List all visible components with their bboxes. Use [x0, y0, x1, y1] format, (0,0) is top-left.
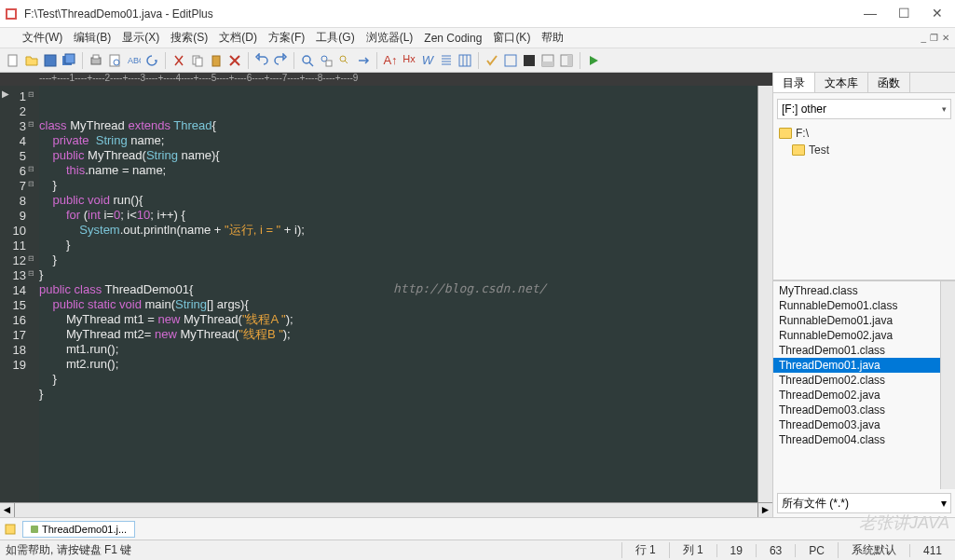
doc-list-icon[interactable]: [4, 523, 17, 536]
menu-tools[interactable]: 工具(G): [316, 30, 354, 46]
title-bar: F:\Test\ThreadDemo01.java - EditPlus — ☐…: [0, 0, 955, 28]
file-list-scrollbar[interactable]: [940, 281, 955, 489]
find-files-icon[interactable]: [337, 53, 352, 68]
mdi-minimize-icon[interactable]: _: [921, 33, 926, 43]
status-line: 行 1: [621, 542, 669, 558]
svg-rect-13: [212, 56, 220, 66]
mdi-restore-icon[interactable]: ❐: [930, 33, 938, 43]
folder-item[interactable]: Test: [779, 142, 949, 158]
document-tab-label: ThreadDemo01.j...: [42, 524, 127, 535]
status-chars: 63: [756, 544, 795, 557]
document-tabs: ThreadDemo01.j...: [0, 517, 955, 540]
modified-dot-icon: [31, 526, 38, 533]
menu-search[interactable]: 搜索(S): [171, 30, 208, 46]
font-larger-icon[interactable]: A↑: [383, 53, 398, 68]
side-tab-cliptext[interactable]: 文本库: [815, 73, 868, 92]
goto-icon[interactable]: [356, 53, 371, 68]
check-icon[interactable]: [484, 53, 499, 68]
svg-rect-20: [524, 55, 535, 66]
status-ime: 系统默认: [838, 542, 909, 558]
file-item[interactable]: RunnableDemo02.java: [773, 328, 940, 343]
menu-window[interactable]: 窗口(K): [493, 30, 530, 46]
side-tab-functions[interactable]: 函数: [868, 73, 910, 92]
run-icon[interactable]: [586, 53, 601, 68]
side-tab-directory[interactable]: 目录: [773, 73, 815, 92]
file-item[interactable]: ThreadDemo02.class: [773, 373, 940, 388]
replace-icon[interactable]: [319, 53, 334, 68]
maximize-button[interactable]: ☐: [897, 7, 910, 20]
file-item[interactable]: ThreadDemo03.class: [773, 403, 940, 417]
svg-rect-24: [567, 55, 572, 66]
paste-icon[interactable]: [209, 53, 224, 68]
close-button[interactable]: ✕: [931, 7, 944, 20]
svg-rect-25: [6, 525, 15, 534]
side-panel: 目录 文本库 函数 [F:] other ▾ F:\Test MyThread.…: [772, 73, 955, 517]
save-icon[interactable]: [43, 53, 58, 68]
file-item[interactable]: ThreadDemo03.java: [773, 417, 940, 432]
new-file-icon[interactable]: [6, 53, 20, 68]
file-item[interactable]: MyThread.class: [773, 283, 940, 298]
spell-icon[interactable]: ABC: [126, 53, 141, 68]
file-item[interactable]: RunnableDemo01.class: [773, 298, 940, 313]
ruler: ----+----1----+----2----+----3----+----4…: [0, 73, 772, 86]
browser-icon[interactable]: [503, 53, 518, 68]
columns-icon[interactable]: [457, 53, 472, 68]
menu-help[interactable]: 帮助: [541, 30, 564, 46]
menu-doc[interactable]: 文档(D): [219, 30, 257, 46]
find-icon[interactable]: [300, 53, 315, 68]
file-item[interactable]: RunnableDemo01.java: [773, 313, 940, 328]
toolbar: ABC A↑ Hx W: [0, 48, 955, 73]
print-icon[interactable]: [89, 53, 103, 68]
file-item[interactable]: ThreadDemo01.class: [773, 343, 940, 358]
svg-rect-7: [93, 55, 99, 59]
svg-text:ABC: ABC: [128, 56, 141, 65]
menu-view[interactable]: 显示(X): [122, 30, 159, 46]
vertical-scrollbar[interactable]: [757, 86, 772, 502]
open-file-icon[interactable]: [24, 53, 39, 68]
horizontal-scrollbar[interactable]: ◄ ►: [0, 502, 772, 517]
chevron-down-icon: ▾: [941, 497, 947, 510]
editor-pane: ----+----1----+----2----+----3----+----4…: [0, 73, 772, 517]
minimize-button[interactable]: —: [864, 7, 877, 20]
preview-icon[interactable]: [107, 53, 122, 68]
menu-file[interactable]: 文件(W): [22, 30, 62, 46]
status-encoding: PC: [795, 544, 838, 557]
menu-plan[interactable]: 方案(F): [268, 30, 305, 46]
svg-rect-3: [45, 55, 56, 66]
code-arrow-icon: ▶: [2, 89, 9, 99]
side-icon[interactable]: [559, 53, 574, 68]
terminal-icon[interactable]: [522, 53, 537, 68]
app-icon: [4, 7, 19, 21]
drive-dropdown[interactable]: [F:] other ▾: [777, 99, 951, 119]
svg-rect-5: [65, 54, 75, 63]
file-item[interactable]: ThreadDemo01.java: [773, 358, 940, 373]
menu-edit[interactable]: 编辑(B): [74, 30, 111, 46]
file-list[interactable]: MyThread.classRunnableDemo01.classRunnab…: [773, 281, 940, 489]
code-editor[interactable]: class MyThread extends Thread{ private S…: [39, 86, 757, 502]
svg-rect-1: [7, 10, 15, 18]
cut-icon[interactable]: [171, 53, 186, 68]
delete-icon[interactable]: [227, 53, 242, 68]
line-gutter[interactable]: 1⊟23⊟456⊟7⊟89101112⊟13⊟141516171819: [0, 86, 39, 502]
refresh-icon[interactable]: [144, 53, 159, 68]
svg-rect-19: [505, 55, 516, 66]
font-smaller-icon[interactable]: Hx: [402, 53, 416, 68]
wordwrap-icon[interactable]: W: [420, 53, 435, 68]
svg-point-14: [303, 56, 310, 63]
status-help: 如需帮助, 请按键盘 F1 键: [0, 542, 621, 558]
redo-icon[interactable]: [273, 53, 288, 68]
mdi-close-icon[interactable]: ✕: [942, 33, 949, 43]
file-item[interactable]: ThreadDemo04.class: [773, 432, 940, 447]
undo-icon[interactable]: [254, 53, 269, 68]
menu-browser[interactable]: 浏览器(L): [366, 30, 414, 46]
save-all-icon[interactable]: [61, 53, 76, 68]
folder-tree[interactable]: F:\Test: [773, 121, 955, 280]
file-item[interactable]: ThreadDemo02.java: [773, 388, 940, 403]
folder-item[interactable]: F:\: [779, 125, 949, 142]
document-tab[interactable]: ThreadDemo01.j...: [22, 521, 135, 538]
panel-icon[interactable]: [540, 53, 555, 68]
copy-icon[interactable]: [190, 53, 205, 68]
file-filter-dropdown[interactable]: 所有文件 (*.*) ▾: [777, 493, 951, 513]
menu-zen[interactable]: Zen Coding: [424, 32, 482, 45]
indent-icon[interactable]: [439, 53, 454, 68]
